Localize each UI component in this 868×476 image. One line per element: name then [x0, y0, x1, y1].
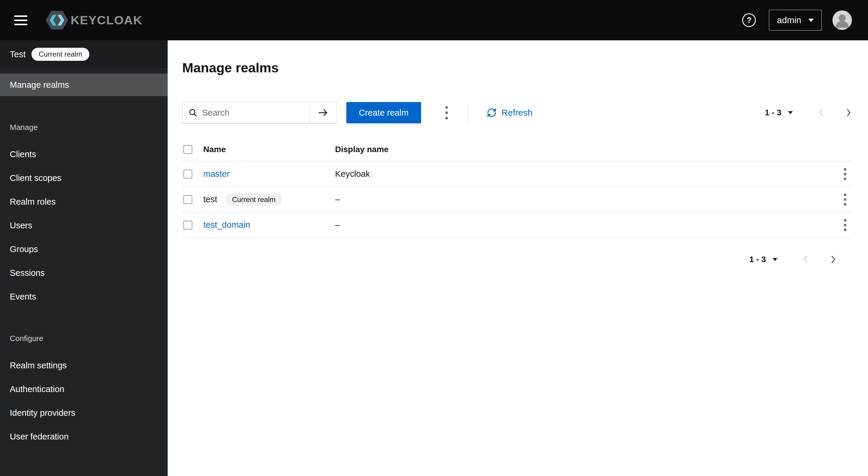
- pagination-bottom: 1 - 3: [182, 254, 854, 264]
- brand-text: KEYCLOAK: [71, 13, 143, 27]
- sidebar-item-authentication[interactable]: Authentication: [0, 377, 168, 401]
- sidebar-item-sessions[interactable]: Sessions: [0, 261, 168, 285]
- search-group: [182, 102, 337, 123]
- column-header-name: Name: [203, 145, 335, 154]
- sidebar: Test Current realm Manage realms Manage …: [0, 40, 168, 476]
- search-submit-button[interactable]: [310, 102, 337, 123]
- table-row-test: test Current realm –: [182, 187, 854, 212]
- current-realm-row-badge: Current realm: [225, 193, 282, 206]
- refresh-icon: [487, 108, 497, 118]
- sidebar-item-users[interactable]: Users: [0, 214, 168, 237]
- sidebar-item-groups[interactable]: Groups: [0, 237, 168, 261]
- realm-name-test: test: [203, 195, 217, 204]
- lower-layout: Test Current realm Manage realms Manage …: [0, 40, 868, 476]
- refresh-label: Refresh: [501, 108, 533, 118]
- select-all-checkbox[interactable]: [183, 145, 192, 154]
- pagination-bottom-range-dropdown[interactable]: 1 - 3: [749, 255, 777, 264]
- main-content: Manage realms: [168, 40, 868, 476]
- search-icon: [188, 108, 197, 117]
- toolbar-divider: [468, 103, 468, 122]
- pagination-top: 1 - 3: [765, 108, 854, 118]
- sidebar-item-events[interactable]: Events: [0, 285, 168, 309]
- sidebar-item-client-scopes[interactable]: Client scopes: [0, 166, 168, 190]
- row-kebab-icon[interactable]: [837, 189, 854, 210]
- chevron-left-icon: [802, 254, 809, 264]
- display-name-value: –: [335, 195, 830, 204]
- row-kebab-icon[interactable]: [837, 215, 854, 236]
- table-header-row: Name Display name: [182, 137, 854, 161]
- user-menu-dropdown[interactable]: admin: [769, 10, 822, 31]
- user-menu-label: admin: [777, 15, 801, 25]
- realm-selector[interactable]: Test Current realm: [0, 40, 168, 68]
- search-box: [182, 102, 310, 123]
- masthead-right: ? admin: [742, 10, 852, 31]
- pagination-bottom-prev-button[interactable]: [801, 254, 811, 264]
- table-row-master: master Keycloak: [182, 161, 854, 187]
- display-name-value: Keycloak: [335, 169, 830, 179]
- row-checkbox[interactable]: [183, 170, 192, 179]
- display-name-value: –: [335, 220, 830, 230]
- caret-down-icon: [788, 111, 793, 114]
- pagination-bottom-next-button[interactable]: [828, 254, 838, 264]
- realm-link-master[interactable]: master: [203, 169, 230, 179]
- table-row-test-domain: test_domain –: [182, 212, 854, 238]
- chevron-right-icon: [845, 108, 852, 118]
- create-realm-button[interactable]: Create realm: [346, 102, 421, 123]
- sidebar-group-manage: Manage: [0, 123, 168, 132]
- realms-table: Name Display name master Keycloak: [182, 137, 854, 238]
- current-realm-badge: Current realm: [31, 48, 89, 61]
- chevron-left-icon: [818, 108, 825, 118]
- help-glyph: ?: [747, 16, 752, 24]
- caret-down-icon: [808, 19, 814, 22]
- arrow-right-icon: [318, 108, 329, 117]
- search-input[interactable]: [202, 108, 310, 118]
- page-title: Manage realms: [182, 60, 854, 76]
- current-realm-name: Test: [10, 50, 26, 59]
- sidebar-item-clients[interactable]: Clients: [0, 142, 168, 166]
- sidebar-item-identity-providers[interactable]: Identity providers: [0, 401, 168, 425]
- row-checkbox[interactable]: [183, 195, 192, 204]
- refresh-button[interactable]: Refresh: [487, 108, 533, 118]
- keycloak-logo-icon: [45, 10, 69, 30]
- chevron-right-icon: [830, 254, 836, 264]
- toolbar: Create realm Ref: [182, 102, 854, 123]
- row-checkbox[interactable]: [183, 221, 192, 229]
- sidebar-group-configure: Configure: [0, 334, 168, 343]
- pagination-bottom-range-label: 1 - 3: [749, 255, 766, 264]
- help-icon[interactable]: ?: [742, 13, 756, 27]
- toolbar-kebab-icon[interactable]: [438, 102, 455, 123]
- pagination-range-label: 1 - 3: [765, 108, 781, 118]
- caret-down-icon: [772, 258, 777, 261]
- pagination-prev-button[interactable]: [816, 108, 826, 118]
- nav-toggle-icon[interactable]: [10, 12, 31, 28]
- pagination-next-button[interactable]: [843, 108, 854, 118]
- sidebar-item-manage-realms[interactable]: Manage realms: [0, 73, 168, 96]
- app: KEYCLOAK ? admin Test Curr: [0, 0, 868, 476]
- realm-link-test-domain[interactable]: test_domain: [203, 220, 250, 230]
- row-kebab-icon[interactable]: [837, 163, 854, 185]
- sidebar-item-realm-roles[interactable]: Realm roles: [0, 190, 168, 214]
- masthead: KEYCLOAK ? admin: [0, 0, 868, 40]
- keycloak-logo: KEYCLOAK: [45, 10, 143, 30]
- avatar-icon: [832, 10, 852, 30]
- sidebar-item-user-federation[interactable]: User federation: [0, 425, 168, 448]
- column-header-display-name: Display name: [335, 145, 830, 154]
- sidebar-item-realm-settings[interactable]: Realm settings: [0, 353, 168, 377]
- avatar[interactable]: [832, 10, 852, 30]
- pagination-range-dropdown[interactable]: 1 - 3: [765, 108, 793, 118]
